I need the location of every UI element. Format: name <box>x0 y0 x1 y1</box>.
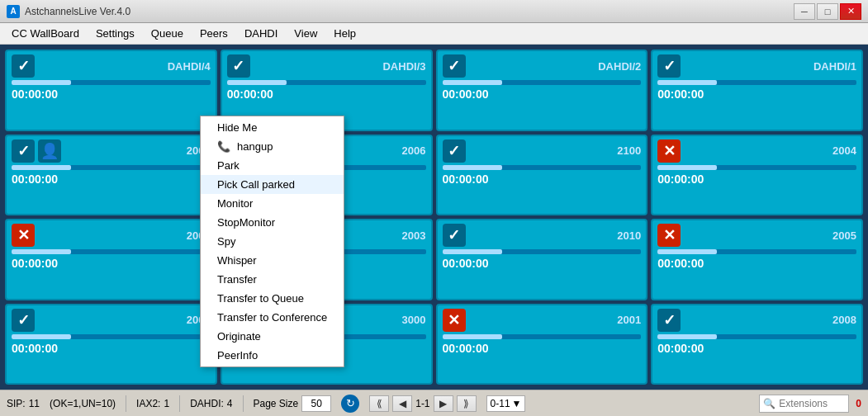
card-label: DAHDI/2 <box>598 60 641 73</box>
prev-page-button[interactable]: ◀ <box>392 395 412 412</box>
phone-icon: 📞 <box>217 140 230 153</box>
card-progress-bar <box>443 334 642 339</box>
card-time: 00:00:00 <box>657 342 856 355</box>
card-progress-bar <box>227 80 426 85</box>
card-2009[interactable]: ✓ 2009 00:00:00 <box>5 304 217 385</box>
ctx-hangup[interactable]: 📞 hangup <box>201 137 344 156</box>
status-bar: SIP: 11 (OK=1,UN=10) IAX2: 1 DAHDI: 4 Pa… <box>0 390 868 416</box>
menu-settings[interactable]: Settings <box>88 25 143 42</box>
card-label: 2008 <box>832 314 856 326</box>
extensions-count: 0 <box>856 398 861 409</box>
card-2005[interactable]: ✕ 2005 00:00:00 <box>651 219 863 300</box>
check-icon: ✓ <box>657 309 681 332</box>
menu-help[interactable]: Help <box>325 25 364 42</box>
card-time: 00:00:00 <box>12 173 211 186</box>
card-time: 00:00:00 <box>12 342 211 355</box>
card-progress-bar <box>443 249 642 254</box>
ctx-pick-call-parked[interactable]: Pick Call parked <box>201 175 344 194</box>
ok-status: (OK=1,UN=10) <box>50 398 116 409</box>
page-size-input[interactable] <box>301 395 331 412</box>
window-controls: ─ □ ✕ <box>794 3 861 20</box>
card-progress-bar <box>657 80 856 85</box>
separator <box>243 395 244 412</box>
cross-icon: ✕ <box>443 309 466 332</box>
ctx-originate[interactable]: Originate <box>201 327 344 346</box>
card-2002[interactable]: ✕ 2002 00:00:00 <box>5 219 217 300</box>
menu-cc-wallboard[interactable]: CC WallBoard <box>3 25 88 42</box>
ctx-transfer[interactable]: Transfer <box>201 270 344 289</box>
pagination: ⟪ ◀ 1-1 ▶ ⟫ <box>369 395 476 412</box>
card-2000[interactable]: ✓ 👤 2000 00:00:00 <box>5 135 217 216</box>
current-page: 1-1 <box>415 398 429 409</box>
check-icon: ✓ <box>12 139 35 163</box>
context-menu: Hide Me 📞 hangup Park Pick Call parked M… <box>200 116 344 367</box>
check-icon: ✓ <box>443 224 466 247</box>
card-time: 00:00:00 <box>443 173 642 186</box>
search-box: 🔍 <box>759 395 849 413</box>
card-dahdi2[interactable]: ✓ DAHDI/2 00:00:00 <box>436 50 648 131</box>
menu-dahdi[interactable]: DAHDI <box>236 25 286 42</box>
cross-icon: ✕ <box>657 139 681 163</box>
menu-view[interactable]: View <box>286 25 325 42</box>
last-page-button[interactable]: ⟫ <box>457 395 477 412</box>
card-label: 2003 <box>402 229 426 242</box>
card-2001[interactable]: ✕ 2001 00:00:00 <box>436 304 648 385</box>
ctx-transfer-queue[interactable]: Transfer to Queue <box>201 289 344 308</box>
page-size-status: Page Size <box>254 395 332 412</box>
menu-peers[interactable]: Peers <box>192 25 236 42</box>
sip-label: SIP: <box>7 398 26 409</box>
card-progress-bar <box>12 80 211 85</box>
close-button[interactable]: ✕ <box>840 3 861 20</box>
ctx-spy[interactable]: Spy <box>201 232 344 251</box>
dahdi-value: 4 <box>227 398 233 409</box>
card-progress-bar <box>443 165 642 170</box>
next-page-button[interactable]: ▶ <box>434 395 453 412</box>
ctx-transfer-conference[interactable]: Transfer to Conference <box>201 308 344 327</box>
card-time: 00:00:00 <box>657 173 856 186</box>
check-icon: ✓ <box>443 54 466 78</box>
check-icon: ✓ <box>443 139 466 163</box>
card-progress-bar <box>12 165 211 170</box>
title-bar: A AstchannelsLive Ver.4.0 ─ □ ✕ <box>0 0 868 23</box>
ctx-stop-monitor[interactable]: StopMonitor <box>201 213 344 232</box>
card-label: DAHDI/4 <box>168 60 211 73</box>
page-size-label: Page Size <box>254 398 299 409</box>
card-label: 3000 <box>402 314 426 326</box>
card-progress-bar <box>657 334 856 339</box>
card-2008[interactable]: ✓ 2008 00:00:00 <box>651 304 863 385</box>
check-icon: ✓ <box>12 54 35 78</box>
range-dropdown[interactable]: 0-11 ▼ <box>486 395 526 412</box>
app-icon: A <box>7 5 20 18</box>
cross-icon: ✕ <box>12 224 35 247</box>
card-time: 00:00:00 <box>657 87 856 101</box>
ctx-monitor[interactable]: Monitor <box>201 194 344 213</box>
iax2-status: IAX2: 1 <box>136 398 169 409</box>
card-dahdi1[interactable]: ✓ DAHDI/1 00:00:00 <box>651 50 863 131</box>
card-label: 2006 <box>402 144 426 157</box>
iax2-label: IAX2: <box>136 398 160 409</box>
card-label: DAHDI/3 <box>382 60 425 73</box>
check-icon: ✓ <box>227 54 250 78</box>
first-page-button[interactable]: ⟪ <box>369 395 389 412</box>
ctx-peerinfo[interactable]: PeerInfo <box>201 346 344 365</box>
ctx-hide-me[interactable]: Hide Me <box>201 118 344 137</box>
card-progress-bar <box>657 249 856 254</box>
minimize-button[interactable]: ─ <box>794 3 815 20</box>
ctx-whisper[interactable]: Whisper <box>201 251 344 270</box>
card-2010[interactable]: ✓ 2010 00:00:00 <box>436 219 648 300</box>
card-label: 2100 <box>617 144 641 157</box>
card-2100[interactable]: ✓ 2100 00:00:00 <box>436 135 648 216</box>
card-label: 2001 <box>617 314 641 326</box>
ctx-park[interactable]: Park <box>201 156 344 175</box>
menu-queue[interactable]: Queue <box>143 25 192 42</box>
sip-status: SIP: 11 <box>7 398 40 409</box>
card-time: 00:00:00 <box>12 87 211 101</box>
refresh-button[interactable]: ↻ <box>341 395 359 413</box>
card-dahdi4[interactable]: ✓ DAHDI/4 00:00:00 <box>5 50 217 131</box>
maximize-button[interactable]: □ <box>817 3 838 20</box>
search-input[interactable] <box>779 398 845 409</box>
card-time: 00:00:00 <box>443 342 642 355</box>
check-icon: ✓ <box>657 54 681 78</box>
card-2004[interactable]: ✕ 2004 00:00:00 <box>651 135 863 216</box>
user-icon: 👤 <box>38 139 61 163</box>
